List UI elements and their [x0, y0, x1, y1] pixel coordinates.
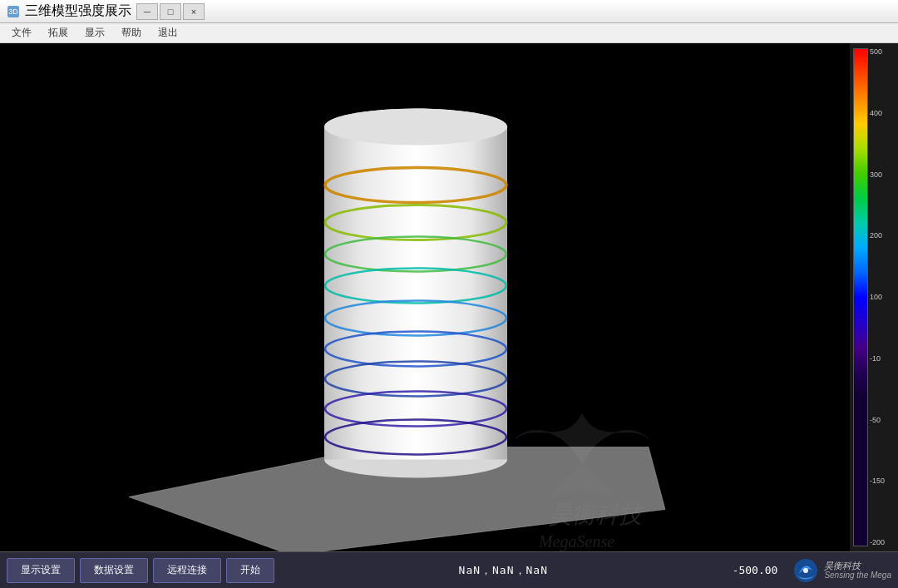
data-settings-button[interactable]: 数据设置: [80, 558, 148, 583]
colorbar-container: 500 400 300 200 100 -10 -50 -150 -200: [850, 48, 898, 546]
menu-help[interactable]: 帮助: [113, 23, 150, 42]
app-icon: 3D: [7, 5, 20, 18]
brand-tagline: Sensing the Mega: [824, 571, 891, 580]
menu-file[interactable]: 文件: [3, 23, 40, 42]
close-button[interactable]: ×: [183, 3, 205, 20]
colorbar-label-500: 500: [870, 48, 895, 56]
3d-viewport[interactable]: 昊衡科技 MegaSense: [0, 43, 850, 551]
menu-bar: 文件 拓展 显示 帮助 退出: [0, 23, 898, 43]
start-button[interactable]: 开始: [226, 558, 274, 583]
maximize-button[interactable]: □: [160, 3, 181, 20]
svg-rect-8: [324, 127, 507, 460]
svg-text:3D: 3D: [8, 7, 18, 16]
colorbar-label-neg200: -200: [870, 539, 895, 546]
logo-area: 昊衡科技 Sensing the Mega: [792, 557, 891, 584]
value-display: -500.00: [733, 564, 778, 576]
colorbar-labels: 500 400 300 200 100 -10 -50 -150 -200: [870, 48, 895, 546]
remote-connect-button[interactable]: 远程连接: [153, 558, 221, 583]
colorbar-label-neg150: -150: [870, 477, 895, 485]
colorbar-label-100: 100: [870, 294, 895, 301]
colorbar-gradient: [853, 48, 868, 546]
bottom-toolbar: 显示设置 数据设置 远程连接 开始 NaN，NaN，NaN -500.00 昊衡…: [0, 551, 898, 588]
window-controls: ─ □ ×: [136, 3, 205, 20]
colorbar-panel: 500 400 300 200 100 -10 -50 -150 -200: [850, 43, 898, 551]
colorbar-label-400: 400: [870, 110, 895, 117]
menu-extend[interactable]: 拓展: [40, 23, 76, 42]
colorbar-label-300: 300: [870, 171, 895, 179]
title-bar: 3D 三维模型强度展示 ─ □ ×: [0, 0, 898, 23]
minimize-button[interactable]: ─: [136, 3, 158, 20]
svg-point-9: [324, 109, 507, 146]
main-area: 昊衡科技 MegaSense 500 400 300 200 100 -10 -…: [0, 43, 898, 551]
svg-point-22: [803, 568, 808, 573]
svg-text:MegaSense: MegaSense: [538, 532, 614, 551]
svg-text:昊衡科技: 昊衡科技: [549, 502, 645, 527]
colorbar-label-200: 200: [870, 232, 895, 240]
colorbar-label-neg10: -10: [870, 355, 895, 363]
window-title: 三维模型强度展示: [25, 2, 131, 20]
menu-exit[interactable]: 退出: [150, 23, 186, 42]
logo-text: 昊衡科技 Sensing the Mega: [824, 561, 891, 580]
brand-name: 昊衡科技: [824, 561, 891, 571]
logo-icon: [792, 557, 819, 584]
display-settings-button[interactable]: 显示设置: [7, 558, 75, 583]
colorbar-label-neg50: -50: [870, 417, 895, 424]
coordinates-display: NaN，NaN，NaN: [279, 563, 728, 578]
menu-display[interactable]: 显示: [76, 23, 113, 42]
